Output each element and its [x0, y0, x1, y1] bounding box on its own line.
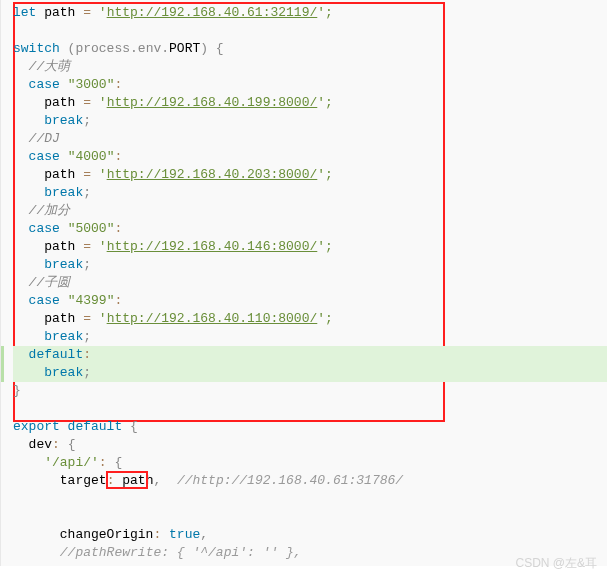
- prop-dev: dev: [13, 437, 52, 452]
- var-path: path: [36, 5, 83, 20]
- brace: {: [107, 455, 123, 470]
- kw-case: case: [29, 77, 60, 92]
- op-eq: =: [83, 5, 91, 20]
- q: ';: [317, 95, 333, 110]
- kw-case: case: [29, 293, 60, 308]
- case-val: "3000": [60, 77, 115, 92]
- kw-true: true: [161, 527, 200, 542]
- url-2: http://192.168.40.199:8000/: [107, 95, 318, 110]
- comment-2: //DJ: [29, 131, 60, 146]
- op: =: [83, 95, 91, 110]
- semi: ;: [83, 365, 91, 380]
- kw-case: case: [29, 221, 60, 236]
- comment-url: //http://192.168.40.61:31786/: [177, 473, 403, 488]
- colon: :: [99, 455, 107, 470]
- q: ': [91, 95, 107, 110]
- code-block: let path = 'http://192.168.40.61:32119/'…: [0, 0, 607, 566]
- kw-break: break: [44, 329, 83, 344]
- op: =: [83, 239, 91, 254]
- url-3: http://192.168.40.203:8000/: [107, 167, 318, 182]
- kw-export: export: [13, 419, 60, 434]
- close-brace: }: [13, 383, 21, 398]
- kw-case: case: [29, 149, 60, 164]
- url-4: http://192.168.40.146:8000/: [107, 239, 318, 254]
- q: ';: [317, 239, 333, 254]
- comma: ,: [200, 527, 208, 542]
- txt: path: [13, 167, 83, 182]
- comma: ,: [153, 473, 161, 488]
- prop-api: '/api/': [13, 455, 99, 470]
- op: =: [83, 167, 91, 182]
- comment-3: //加分: [29, 203, 71, 218]
- kw-default: default: [29, 347, 84, 362]
- txt: path: [13, 311, 83, 326]
- colon: :: [83, 347, 91, 362]
- colon: :: [114, 221, 122, 236]
- txt: path: [13, 95, 83, 110]
- case-val: "4399": [60, 293, 115, 308]
- url-5: http://192.168.40.110:8000/: [107, 311, 318, 326]
- semi: ;: [83, 329, 91, 344]
- colon: :: [114, 149, 122, 164]
- kw-break: break: [44, 185, 83, 200]
- case-val: "5000": [60, 221, 115, 236]
- watermark: CSDN @左&耳: [515, 555, 597, 572]
- txt: (process.env.: [60, 41, 169, 56]
- var-path-ref: path: [114, 473, 153, 488]
- comment-1: //大萌: [29, 59, 71, 74]
- op: =: [83, 311, 91, 326]
- const-port: PORT: [169, 41, 200, 56]
- semi: ;: [83, 257, 91, 272]
- comment-4: //子圆: [29, 275, 71, 290]
- kw-break: break: [44, 365, 83, 380]
- url-1: http://192.168.40.61:32119/: [107, 5, 318, 20]
- brace: ) {: [200, 41, 223, 56]
- txt: path: [13, 239, 83, 254]
- kw-default2: default: [60, 419, 122, 434]
- str-end: ';: [317, 5, 333, 20]
- q: ';: [317, 167, 333, 182]
- brace: {: [122, 419, 138, 434]
- q: ': [91, 311, 107, 326]
- kw-let: let: [13, 5, 36, 20]
- kw-break: break: [44, 257, 83, 272]
- colon: :: [114, 293, 122, 308]
- prop-target: target: [13, 473, 107, 488]
- kw-switch: switch: [13, 41, 60, 56]
- case-val: "4000": [60, 149, 115, 164]
- semi: ;: [83, 113, 91, 128]
- colon: :: [114, 77, 122, 92]
- q: ': [91, 167, 107, 182]
- kw-break: break: [44, 113, 83, 128]
- brace: {: [60, 437, 76, 452]
- prop-changeorigin: changeOrigin: [13, 527, 153, 542]
- q: ': [91, 239, 107, 254]
- q: ';: [317, 311, 333, 326]
- comment-pathrewrite: //pathRewrite: { '^/api': '' },: [60, 545, 302, 560]
- semi: ;: [83, 185, 91, 200]
- colon: :: [52, 437, 60, 452]
- str-q: ': [91, 5, 107, 20]
